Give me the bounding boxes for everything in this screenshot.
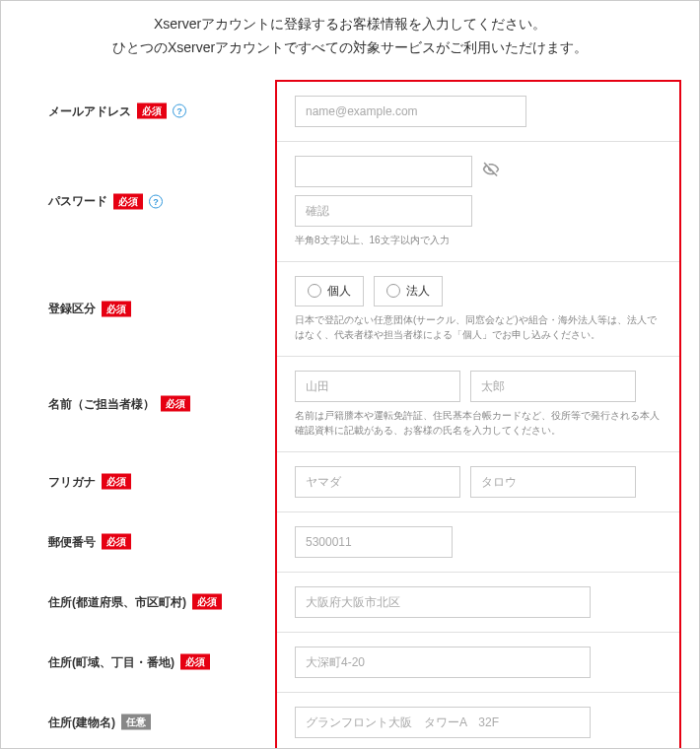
radio-circle-icon <box>386 284 400 298</box>
label-password-text: パスワード <box>48 193 107 210</box>
help-icon[interactable]: ? <box>149 194 163 208</box>
label-email-text: メールアドレス <box>48 102 131 119</box>
intro-line1: Xserverアカウントに登録するお客様情報を入力してください。 <box>19 13 681 36</box>
reg-type-hint: 日本で登記のない任意団体(サークル、同窓会など)や組合・海外法人等は、法人ではな… <box>295 312 662 342</box>
required-badge: 必須 <box>102 534 131 550</box>
label-furigana-text: フリガナ <box>48 473 96 490</box>
required-badge: 必須 <box>180 654 210 670</box>
row-address1: 住所(都道府県、市区町村) 必須 <box>277 573 679 633</box>
email-input[interactable] <box>295 96 526 127</box>
label-address1: 住所(都道府県、市区町村) 必須 <box>19 593 257 610</box>
label-address1-text: 住所(都道府県、市区町村) <box>48 593 186 610</box>
label-address3-text: 住所(建物名) <box>48 714 115 730</box>
name-hint: 名前は戸籍謄本や運転免許証、住民基本台帳カードなど、役所等で発行される本人確認資… <box>295 408 662 438</box>
lastname-input[interactable] <box>295 371 460 402</box>
radio-individual[interactable]: 個人 <box>295 276 364 306</box>
label-name: 名前（ご担当者様） 必須 <box>19 395 257 412</box>
label-postcode-text: 郵便番号 <box>48 533 96 550</box>
label-reg-type-text: 登録区分 <box>48 301 96 317</box>
intro-text: Xserverアカウントに登録するお客様情報を入力してください。 ひとつのXse… <box>19 13 681 60</box>
address1-input[interactable] <box>295 586 591 618</box>
password-hint: 半角8文字以上、16文字以内で入力 <box>295 233 662 247</box>
visibility-toggle-icon[interactable] <box>482 161 500 182</box>
row-furigana: フリガナ 必須 <box>277 452 679 512</box>
row-postcode: 郵便番号 必須 <box>277 512 679 573</box>
row-email: メールアドレス 必須 ? <box>277 82 679 142</box>
label-password: パスワード 必須 ? <box>19 193 257 210</box>
required-badge: 必須 <box>161 396 190 412</box>
row-address3: 住所(建物名) 任意 <box>277 693 679 749</box>
required-badge: 必須 <box>137 103 167 119</box>
intro-line2: ひとつのXserverアカウントですべての対象サービスがご利用いただけます。 <box>19 36 681 60</box>
required-badge: 必須 <box>192 594 222 610</box>
radio-corporate[interactable]: 法人 <box>374 276 443 306</box>
furigana-last-input[interactable] <box>295 466 460 498</box>
label-postcode: 郵便番号 必須 <box>19 533 257 550</box>
required-badge: 必須 <box>102 474 131 490</box>
row-name: 名前（ご担当者様） 必須 名前は戸籍謄本や運転免許証、住民基本台帳カードなど、役… <box>277 357 679 452</box>
form-highlight-box: メールアドレス 必須 ? パスワード 必須 ? <box>275 80 681 749</box>
label-address2-text: 住所(町域、丁目・番地) <box>48 653 175 670</box>
radio-circle-icon <box>308 284 321 298</box>
row-password: パスワード 必須 ? 半角8文字以上、16文字以内で入力 <box>277 142 679 262</box>
postcode-input[interactable] <box>295 526 453 558</box>
address2-input[interactable] <box>295 647 591 678</box>
address3-input[interactable] <box>295 707 591 738</box>
radio-individual-label: 個人 <box>327 283 351 300</box>
password-input[interactable] <box>295 156 472 187</box>
required-badge: 必須 <box>113 193 143 209</box>
row-reg-type: 登録区分 必須 個人 法人 日本で登記のない任意団体(サークル、同窓会など)や組… <box>277 262 679 357</box>
required-badge: 必須 <box>102 301 131 316</box>
label-email: メールアドレス 必須 ? <box>19 102 257 119</box>
label-address3: 住所(建物名) 任意 <box>19 714 257 730</box>
row-address2: 住所(町域、丁目・番地) 必須 <box>277 633 679 693</box>
label-furigana: フリガナ 必須 <box>19 473 257 490</box>
optional-badge: 任意 <box>121 715 151 730</box>
furigana-first-input[interactable] <box>470 466 636 498</box>
label-address2: 住所(町域、丁目・番地) 必須 <box>19 653 257 670</box>
label-reg-type: 登録区分 必須 <box>19 301 257 317</box>
help-icon[interactable]: ? <box>173 104 186 118</box>
firstname-input[interactable] <box>470 371 636 402</box>
radio-corporate-label: 法人 <box>406 283 430 300</box>
password-confirm-input[interactable] <box>295 195 472 227</box>
label-name-text: 名前（ご担当者様） <box>48 395 155 412</box>
